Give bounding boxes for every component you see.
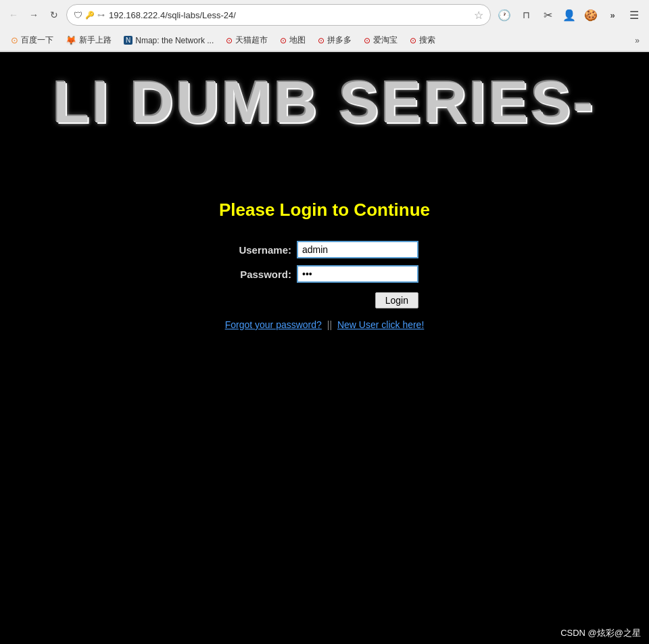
bookmark-label: 地图 xyxy=(289,34,306,46)
password-label: Password: xyxy=(231,269,291,280)
forward-button[interactable]: → xyxy=(26,7,42,23)
aitaobao-icon: ⊙ xyxy=(364,36,370,45)
forgot-password-link[interactable]: Forgot your password? xyxy=(225,319,322,330)
ditu-icon: ⊙ xyxy=(280,36,287,45)
toolbar-right-buttons: 🕐 ⊓ ✂ 👤 🍪 » ☰ xyxy=(495,5,644,24)
username-row: Username: xyxy=(231,241,418,258)
address-bar-security-icons: 🛡 🔑 ⊶ xyxy=(74,10,105,20)
login-button[interactable]: Login xyxy=(375,292,418,308)
bookmark-label: 拼多多 xyxy=(327,34,352,46)
bookmark-baidu[interactable]: ⊙ 百度一下 xyxy=(5,33,59,47)
login-section: Please Login to Continue Username: Passw… xyxy=(219,200,430,330)
hero-banner: LI DUMB SERIES- xyxy=(0,52,649,145)
sousuo-icon: ⊙ xyxy=(410,36,416,45)
new-user-link[interactable]: New User click here! xyxy=(337,319,424,330)
login-btn-row: Login xyxy=(231,292,418,308)
profile-icon: 👤 xyxy=(562,9,576,22)
cookie-icon: 🍪 xyxy=(584,9,598,22)
bookmark-label: 新手上路 xyxy=(79,34,112,46)
bookmark-label: Nmap: the Network ... xyxy=(135,36,214,45)
bookmark-pinduoduo[interactable]: ⊙ 拼多多 xyxy=(312,33,357,47)
screenshot-button[interactable]: ✂ xyxy=(538,5,557,24)
clock-icon: 🕐 xyxy=(498,9,511,22)
tianmao-icon: ⊙ xyxy=(226,36,233,45)
bookmarks-bar: ⊙ 百度一下 🦊 新手上路 N Nmap: the Network ... ⊙ … xyxy=(0,30,649,51)
bookmark-nmap[interactable]: N Nmap: the Network ... xyxy=(118,34,219,47)
watermark: CSDN @炫彩@之星 xyxy=(560,627,641,639)
key-icon: ⊶ xyxy=(97,11,105,20)
username-input[interactable] xyxy=(297,241,418,258)
login-form: Username: Password: Login xyxy=(231,241,418,308)
username-label: Username: xyxy=(231,244,291,256)
bookmark-label: 天猫超市 xyxy=(235,34,268,46)
pocket-icon: ⊓ xyxy=(523,9,530,20)
lock-icon: 🔑 xyxy=(85,11,95,20)
bookmark-sousuo[interactable]: ⊙ 搜索 xyxy=(404,33,441,47)
back-button[interactable]: ← xyxy=(5,7,22,23)
password-row: Password: xyxy=(231,265,418,283)
menu-button[interactable]: ☰ xyxy=(625,5,644,24)
login-title: Please Login to Continue xyxy=(219,200,430,221)
refresh-button[interactable]: ↻ xyxy=(46,7,62,23)
cookie-button[interactable]: 🍪 xyxy=(581,5,600,24)
bookmark-star-icon[interactable]: ☆ xyxy=(474,9,483,22)
bookmark-label: 百度一下 xyxy=(21,34,53,46)
profile-button[interactable]: 👤 xyxy=(560,5,579,24)
links-row: Forgot your password? || New User click … xyxy=(225,319,425,330)
page-content: LI DUMB SERIES- Please Login to Continue… xyxy=(0,52,649,644)
password-input[interactable] xyxy=(297,265,418,283)
extensions-button[interactable]: » xyxy=(603,5,622,24)
nmap-icon: N xyxy=(124,36,133,45)
history-button[interactable]: 🕐 xyxy=(495,5,514,24)
refresh-icon: ↻ xyxy=(50,9,58,20)
pinduoduo-icon: ⊙ xyxy=(318,36,324,45)
url-input[interactable] xyxy=(109,10,470,20)
links-separator: || xyxy=(327,319,332,330)
bookmark-aitaobao[interactable]: ⊙ 爱淘宝 xyxy=(358,33,403,47)
bookmark-ditu[interactable]: ⊙ 地图 xyxy=(274,33,311,47)
browser-chrome: ← → ↻ 🛡 🔑 ⊶ ☆ 🕐 ⊓ ✂ xyxy=(0,0,649,52)
address-bar-container: 🛡 🔑 ⊶ ☆ xyxy=(66,4,491,26)
menu-icon: ☰ xyxy=(629,9,639,22)
bookmark-label: 爱淘宝 xyxy=(373,34,398,46)
hero-title: LI DUMB SERIES- xyxy=(0,72,649,132)
bookmark-tianmao[interactable]: ⊙ 天猫超市 xyxy=(220,33,273,47)
bookmark-xinshoulang[interactable]: 🦊 新手上路 xyxy=(60,33,117,47)
pocket-button[interactable]: ⊓ xyxy=(516,5,535,24)
scissors-icon: ✂ xyxy=(544,9,552,22)
forward-icon: → xyxy=(29,9,39,20)
bookmark-label: 搜索 xyxy=(419,34,435,46)
extensions-icon: » xyxy=(610,10,615,20)
baidu-icon: ⊙ xyxy=(11,35,18,45)
more-bookmarks-button[interactable]: » xyxy=(631,34,644,47)
browser-toolbar: ← → ↻ 🛡 🔑 ⊶ ☆ 🕐 ⊓ ✂ xyxy=(0,0,649,30)
shield-icon: 🛡 xyxy=(74,10,82,20)
back-icon: ← xyxy=(9,9,18,20)
firefox-icon: 🦊 xyxy=(66,35,76,45)
